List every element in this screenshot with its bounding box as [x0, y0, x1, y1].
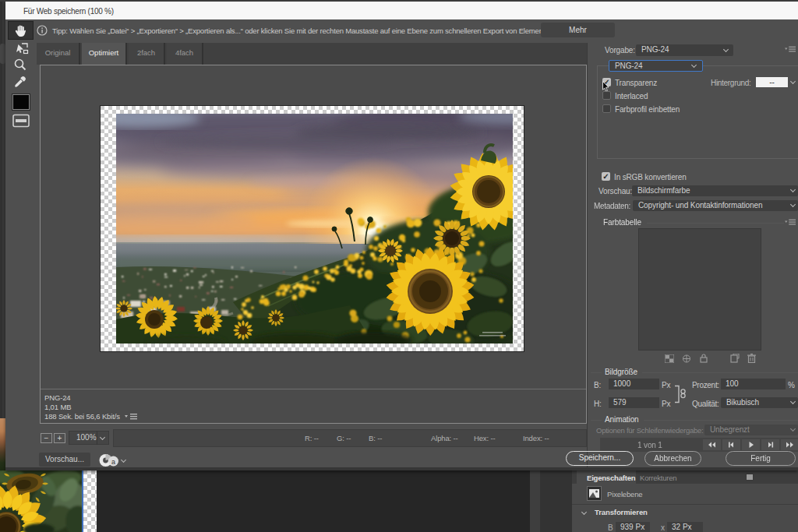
svg-text:a: a	[111, 458, 115, 466]
